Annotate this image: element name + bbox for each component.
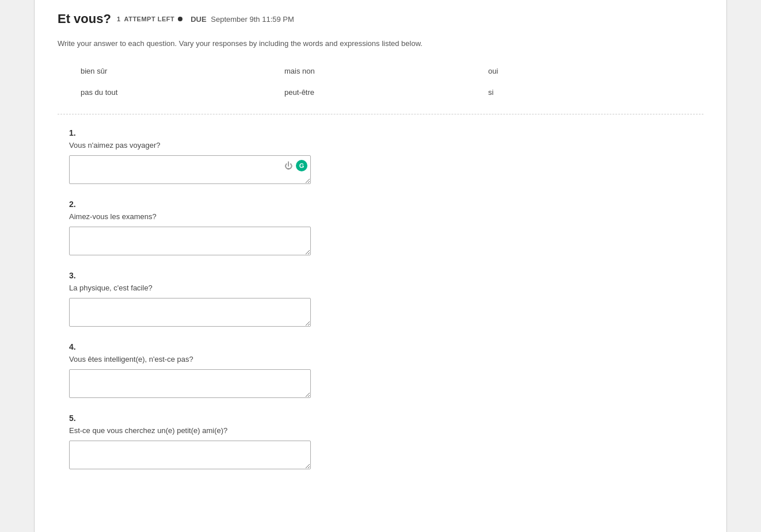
answer-textarea-1[interactable] xyxy=(69,155,311,184)
due-date: September 9th 11:59 PM xyxy=(211,15,294,24)
question-block: 5.Est-ce que vous cherchez un(e) petit(e… xyxy=(69,414,692,471)
power-icon[interactable]: ⏻ xyxy=(283,160,294,171)
answer-textarea-3[interactable] xyxy=(69,298,311,327)
question-number-5: 5. xyxy=(69,414,692,423)
answer-wrapper-1: ⏻G xyxy=(69,155,311,186)
question-text-2: Aimez-vous les examens? xyxy=(69,212,692,221)
question-block: 3.La physique, c'est facile? xyxy=(69,271,692,328)
answer-wrapper-2 xyxy=(69,227,311,257)
vocab-item: mais non xyxy=(284,63,477,79)
question-number-4: 4. xyxy=(69,342,692,351)
answer-wrapper-5 xyxy=(69,441,311,471)
main-content: Et vous? 1 ATTEMPT LEFT DUE September 9t… xyxy=(35,0,726,532)
textarea-icons: ⏻G xyxy=(283,160,307,171)
due-label: DUE xyxy=(191,15,206,24)
questions-section: 1.Vous n'aimez pas voyager?⏻G2.Aimez-vou… xyxy=(58,128,703,471)
answer-wrapper-4 xyxy=(69,369,311,400)
section-divider xyxy=(58,114,703,114)
question-text-3: La physique, c'est facile? xyxy=(69,284,692,292)
due-info: DUE September 9th 11:59 PM xyxy=(191,15,294,24)
vocabulary-grid: bien sûrmais nonouipas du toutpeut-êtres… xyxy=(58,63,703,100)
answer-textarea-5[interactable] xyxy=(69,441,311,469)
question-number-1: 1. xyxy=(69,128,692,137)
grammarly-icon[interactable]: G xyxy=(296,160,307,171)
page-wrapper: Et vous? 1 ATTEMPT LEFT DUE September 9t… xyxy=(0,0,761,532)
vocab-item: oui xyxy=(488,63,680,79)
answer-textarea-2[interactable] xyxy=(69,227,311,255)
question-number-3: 3. xyxy=(69,271,692,280)
attempt-count: 1 xyxy=(117,16,121,22)
answer-wrapper-3 xyxy=(69,298,311,328)
attempt-dot xyxy=(178,17,182,21)
page-title: Et vous? xyxy=(58,12,111,26)
attempt-label: ATTEMPT LEFT xyxy=(124,16,175,22)
answer-textarea-4[interactable] xyxy=(69,369,311,398)
left-sidebar xyxy=(0,0,35,532)
vocab-item: peut-être xyxy=(284,85,477,100)
question-block: 4.Vous êtes intelligent(e), n'est-ce pas… xyxy=(69,342,692,400)
header-row: Et vous? 1 ATTEMPT LEFT DUE September 9t… xyxy=(58,12,703,26)
question-block: 1.Vous n'aimez pas voyager?⏻G xyxy=(69,128,692,186)
vocab-item: bien sûr xyxy=(81,63,273,79)
vocab-item: pas du tout xyxy=(81,85,273,100)
vocab-item: si xyxy=(488,85,680,100)
question-block: 2.Aimez-vous les examens? xyxy=(69,200,692,257)
attempt-info: 1 ATTEMPT LEFT xyxy=(117,16,182,22)
question-text-5: Est-ce que vous cherchez un(e) petit(e) … xyxy=(69,426,692,435)
instructions-text: Write your answer to each question. Vary… xyxy=(58,38,703,49)
question-text-4: Vous êtes intelligent(e), n'est-ce pas? xyxy=(69,355,692,363)
question-number-2: 2. xyxy=(69,200,692,209)
question-text-1: Vous n'aimez pas voyager? xyxy=(69,141,692,150)
right-sidebar xyxy=(726,0,761,532)
